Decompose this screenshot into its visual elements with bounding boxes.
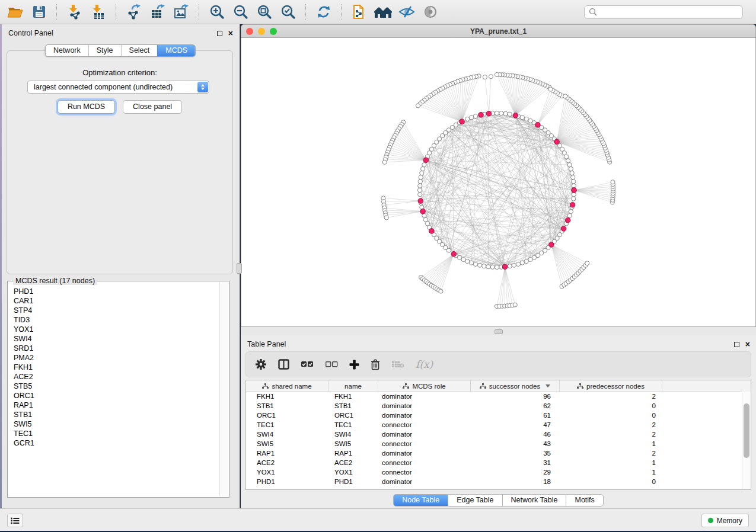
table-row[interactable]: SWI5SWI5connector431 <box>246 439 742 448</box>
mcds-node[interactable] <box>479 113 484 118</box>
tab-mcds[interactable]: MCDS <box>157 45 195 56</box>
network-node[interactable] <box>508 112 512 116</box>
column-header-shared-name[interactable]: shared name <box>246 380 328 392</box>
network-node[interactable] <box>569 209 573 213</box>
tab-edge-table[interactable]: Edge Table <box>448 494 502 507</box>
network-node[interactable] <box>486 265 490 269</box>
mcds-node[interactable] <box>420 209 426 214</box>
mcds-node[interactable] <box>570 203 575 208</box>
mcds-result-item[interactable]: SWI5 <box>9 419 219 429</box>
close-panel-icon[interactable]: × <box>745 340 750 348</box>
task-history-button[interactable] <box>7 514 23 527</box>
table-scrollbar[interactable] <box>742 392 751 489</box>
tab-select[interactable]: Select <box>121 45 158 56</box>
table-row[interactable]: SWI4SWI4dominator462 <box>246 430 742 439</box>
mcds-node[interactable] <box>429 229 435 234</box>
mcds-result-item[interactable]: CAR1 <box>9 296 219 306</box>
network-node[interactable] <box>465 117 470 121</box>
network-node[interactable] <box>417 188 422 192</box>
close-panel-button[interactable]: Close panel <box>123 100 182 114</box>
network-node[interactable] <box>439 289 443 293</box>
network-node[interactable] <box>585 261 589 265</box>
network-node[interactable] <box>611 180 615 184</box>
network-node[interactable] <box>420 171 424 175</box>
table-settings-button[interactable] <box>255 358 267 370</box>
network-node[interactable] <box>483 75 487 79</box>
home-button[interactable] <box>372 2 394 21</box>
network-node[interactable] <box>548 87 553 91</box>
network-node[interactable] <box>418 184 422 188</box>
tab-node-table[interactable]: Node Table <box>393 494 448 507</box>
mcds-node[interactable] <box>502 264 508 270</box>
mcds-node[interactable] <box>535 123 541 128</box>
column-header-successor-nodes[interactable]: successor nodes <box>471 380 560 392</box>
hide-details-eye-button[interactable] <box>396 2 417 21</box>
network-node[interactable] <box>563 94 567 98</box>
show-columns-button[interactable] <box>278 359 289 370</box>
network-node[interactable] <box>384 216 388 220</box>
zoom-selected-button[interactable] <box>277 2 299 21</box>
mcds-result-item[interactable]: RAP1 <box>9 400 219 410</box>
open-session-button[interactable] <box>5 2 26 21</box>
network-node[interactable] <box>512 263 516 267</box>
network-node[interactable] <box>520 116 524 120</box>
export-network-button[interactable] <box>123 2 145 21</box>
network-node[interactable] <box>489 75 493 79</box>
mcds-node[interactable] <box>418 198 423 204</box>
mcds-result-item[interactable]: PHD1 <box>9 287 219 296</box>
mcds-node[interactable] <box>486 111 492 116</box>
mcds-result-item[interactable]: TID3 <box>9 315 219 325</box>
show-details-eye-button[interactable] <box>420 2 441 21</box>
float-panel-icon[interactable] <box>734 342 739 347</box>
network-node[interactable] <box>572 197 576 201</box>
network-node[interactable] <box>569 166 573 171</box>
network-node[interactable] <box>478 263 482 267</box>
mcds-result-item[interactable]: GCR1 <box>9 438 219 448</box>
mcds-node[interactable] <box>565 218 570 223</box>
network-document-button[interactable] <box>349 2 370 21</box>
horizontal-splitter-handle[interactable] <box>495 329 503 334</box>
zoom-fit-button[interactable] <box>254 2 275 21</box>
network-node[interactable] <box>473 114 477 118</box>
network-node[interactable] <box>423 217 428 222</box>
network-node[interactable] <box>571 175 575 180</box>
column-header-mcds-role[interactable]: MCDS role <box>378 380 471 392</box>
network-node[interactable] <box>416 104 420 108</box>
refresh-view-button[interactable] <box>313 2 334 21</box>
network-node[interactable] <box>516 262 520 266</box>
tab-network[interactable]: Network <box>46 45 88 56</box>
network-node[interactable] <box>422 163 426 167</box>
zoom-in-button[interactable] <box>206 2 228 21</box>
table-row[interactable]: STB1STB1dominator620 <box>246 401 742 411</box>
mcds-node[interactable] <box>423 158 429 163</box>
network-node[interactable] <box>499 111 503 116</box>
float-panel-icon[interactable] <box>217 31 222 36</box>
export-table-button[interactable] <box>147 2 168 21</box>
close-panel-icon[interactable]: × <box>228 29 233 37</box>
import-table-button[interactable] <box>88 2 109 21</box>
network-node[interactable] <box>418 193 422 197</box>
network-node[interactable] <box>473 262 477 266</box>
network-node[interactable] <box>528 118 532 123</box>
add-row-button[interactable] <box>349 360 359 370</box>
network-node[interactable] <box>495 265 499 269</box>
network-node[interactable] <box>461 258 465 262</box>
table-row[interactable]: FKH1FKH1dominator962 <box>246 392 742 401</box>
network-node[interactable] <box>520 261 524 265</box>
network-node[interactable] <box>382 160 387 164</box>
mcds-node[interactable] <box>513 113 518 118</box>
network-node[interactable] <box>572 180 576 184</box>
vertical-splitter-handle[interactable] <box>237 263 242 274</box>
import-network-button[interactable] <box>64 2 85 21</box>
network-node[interactable] <box>570 171 574 175</box>
memory-button[interactable]: Memory <box>701 514 749 527</box>
network-node[interactable] <box>470 116 474 120</box>
mcds-node[interactable] <box>572 188 577 193</box>
deselect-all-button[interactable] <box>325 360 338 368</box>
mcds-node[interactable] <box>554 139 560 145</box>
mcds-result-item[interactable]: STB5 <box>9 382 219 391</box>
mcds-result-item[interactable]: ORC1 <box>9 391 219 400</box>
column-header-name[interactable]: name <box>328 380 378 392</box>
network-node[interactable] <box>465 259 470 264</box>
network-canvas[interactable] <box>241 38 756 327</box>
